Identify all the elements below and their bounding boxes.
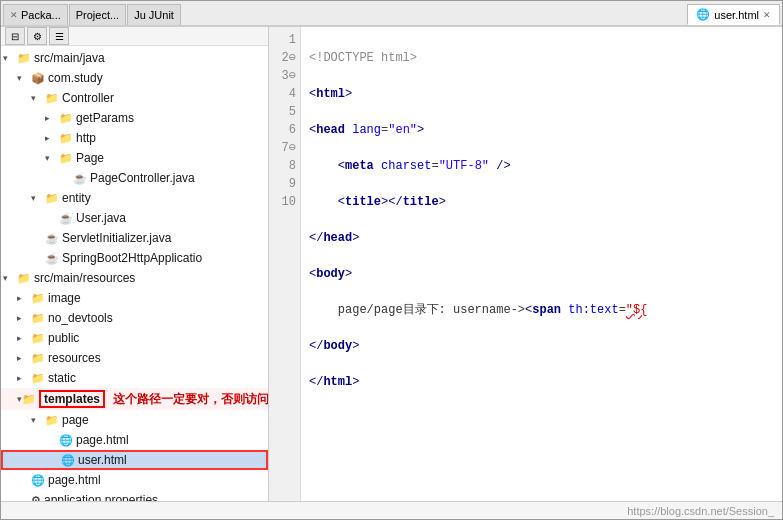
code-line-3: <head lang="en"> (309, 121, 774, 139)
folder-icon: 📁 (59, 112, 73, 125)
arrow-icon: ▾ (3, 273, 17, 283)
folder-icon: 📁 (31, 312, 45, 325)
arrow-icon: ▸ (45, 113, 59, 123)
line-num-3: 3⊖ (273, 67, 296, 85)
tree-item-image[interactable]: ▸ 📁 image (1, 288, 268, 308)
tree-item-page-html[interactable]: 🌐 page.html (1, 430, 268, 450)
arrow-icon: ▸ (17, 313, 31, 323)
top-tab-bar: ✕ Packa... Project... Ju JUnit 🌐 user.ht… (1, 1, 782, 27)
tree-label: SpringBoot2HttpApplicatio (62, 251, 202, 265)
tree-item-getparams[interactable]: ▸ 📁 getParams (1, 108, 268, 128)
tree-content: ▾ 📁 src/main/java ▾ 📦 com.study ▾ 📁 Cont… (1, 46, 268, 501)
line-num-1: 1 (273, 31, 296, 49)
code-panel: 1 2⊖ 3⊖ 4 5 6 7⊖ 8 9 10 <!DOCTYPE html> … (269, 27, 782, 501)
arrow-icon: ▸ (17, 333, 31, 343)
close-icon-user-html[interactable]: ✕ (763, 10, 771, 20)
tree-item-public[interactable]: ▸ 📁 public (1, 328, 268, 348)
tree-label: public (48, 331, 79, 345)
tree-item-user-java[interactable]: ☕ User.java (1, 208, 268, 228)
folder-icon: 📁 (31, 352, 45, 365)
tree-item-application-props[interactable]: ⚙ application.properties (1, 490, 268, 501)
code-line-7: <body> (309, 265, 774, 283)
tab-label-project: Project... (76, 9, 119, 21)
collapse-all-button[interactable]: ⊟ (5, 27, 25, 45)
tree-item-springboot2[interactable]: ☕ SpringBoot2HttpApplicatio (1, 248, 268, 268)
tree-item-resources[interactable]: ▸ 📁 resources (1, 348, 268, 368)
arrow-icon: ▸ (17, 293, 31, 303)
settings-button[interactable]: ⚙ (27, 27, 47, 45)
folder-icon: 📁 (45, 192, 59, 205)
code-content[interactable]: <!DOCTYPE html> <html> <head lang="en"> … (301, 27, 782, 501)
code-line-10: </html> (309, 373, 774, 391)
folder-icon: 📁 (45, 414, 59, 427)
tab-junit[interactable]: Ju JUnit (127, 4, 181, 25)
folder-icon: 📁 (59, 152, 73, 165)
tab-label-packa: Packa... (21, 9, 61, 21)
tree-item-page-subfolder[interactable]: ▾ 📁 page (1, 410, 268, 430)
folder-icon: 📁 (22, 393, 36, 406)
tree-item-com-study[interactable]: ▾ 📦 com.study (1, 68, 268, 88)
tree-item-src-main-resources[interactable]: ▾ 📁 src/main/resources (1, 268, 268, 288)
tree-label: src/main/resources (34, 271, 135, 285)
arrow-icon: ▸ (17, 373, 31, 383)
arrow-icon: ▾ (3, 53, 17, 63)
tree-item-src-main-java[interactable]: ▾ 📁 src/main/java (1, 48, 268, 68)
arrow-icon: ▾ (17, 73, 31, 83)
tree-item-templates[interactable]: ▾ 📁 templates 这个路径一定要对，否则访问不到 (1, 388, 268, 410)
tree-item-servlet-init[interactable]: ☕ ServletInitializer.java (1, 228, 268, 248)
close-icon-packa[interactable]: ✕ (10, 10, 18, 20)
tree-label: page.html (48, 473, 101, 487)
tab-user-html[interactable]: 🌐 user.html ✕ (687, 4, 780, 25)
code-line-5: <title></title> (309, 193, 774, 211)
tab-project[interactable]: Project... (69, 4, 126, 25)
arrow-icon: ▸ (17, 353, 31, 363)
more-button[interactable]: ☰ (49, 27, 69, 45)
tree-label: entity (62, 191, 91, 205)
tab-packa[interactable]: ✕ Packa... (3, 4, 68, 25)
tree-label: http (76, 131, 96, 145)
templates-label: templates (39, 390, 105, 408)
tree-label: no_devtools (48, 311, 113, 325)
html-icon: 🌐 (59, 434, 73, 447)
line-num-4: 4 (273, 85, 296, 103)
code-line-4: <meta charset="UTF-8" /> (309, 157, 774, 175)
folder-icon: 📁 (31, 292, 45, 305)
java-icon: ☕ (73, 172, 87, 185)
tree-label: ServletInitializer.java (62, 231, 171, 245)
line-numbers: 1 2⊖ 3⊖ 4 5 6 7⊖ 8 9 10 (269, 27, 301, 501)
tree-item-user-html[interactable]: 🌐 user.html (1, 450, 268, 470)
line-num-7: 7⊖ (273, 139, 296, 157)
file-tree-panel: ⊟ ⚙ ☰ ▾ 📁 src/main/java ▾ 📦 com.study (1, 27, 269, 501)
java-icon: ☕ (45, 232, 59, 245)
tree-label: static (48, 371, 76, 385)
tree-item-static[interactable]: ▸ 📁 static (1, 368, 268, 388)
tab-label-user-html: user.html (714, 9, 759, 21)
tree-label: page.html (76, 433, 129, 447)
tree-label: Page (76, 151, 104, 165)
tree-item-no-devtools[interactable]: ▸ 📁 no_devtools (1, 308, 268, 328)
tree-item-entity[interactable]: ▾ 📁 entity (1, 188, 268, 208)
line-num-6: 6 (273, 121, 296, 139)
html-icon: 🌐 (31, 474, 45, 487)
tree-item-http[interactable]: ▸ 📁 http (1, 128, 268, 148)
arrow-icon: ▾ (45, 153, 59, 163)
tree-item-page-folder[interactable]: ▾ 📁 Page (1, 148, 268, 168)
tree-toolbar: ⊟ ⚙ ☰ (1, 27, 268, 46)
line-num-10: 10 (273, 193, 296, 211)
folder-icon: 📁 (45, 92, 59, 105)
main-area: ⊟ ⚙ ☰ ▾ 📁 src/main/java ▾ 📦 com.study (1, 27, 782, 501)
java-icon: ☕ (59, 212, 73, 225)
templates-annotation: 这个路径一定要对，否则访问不到 (113, 391, 269, 408)
tree-item-controller[interactable]: ▾ 📁 Controller (1, 88, 268, 108)
code-line-6: </head> (309, 229, 774, 247)
tree-label: Controller (62, 91, 114, 105)
code-line-9: </body> (309, 337, 774, 355)
line-num-5: 5 (273, 103, 296, 121)
tree-item-pagecontroller[interactable]: ☕ PageController.java (1, 168, 268, 188)
tree-label: com.study (48, 71, 103, 85)
arrow-icon: ▸ (45, 133, 59, 143)
tree-label: getParams (76, 111, 134, 125)
app-window: ✕ Packa... Project... Ju JUnit 🌐 user.ht… (0, 0, 783, 520)
package-icon: 📦 (31, 72, 45, 85)
tree-item-page-html-root[interactable]: 🌐 page.html (1, 470, 268, 490)
